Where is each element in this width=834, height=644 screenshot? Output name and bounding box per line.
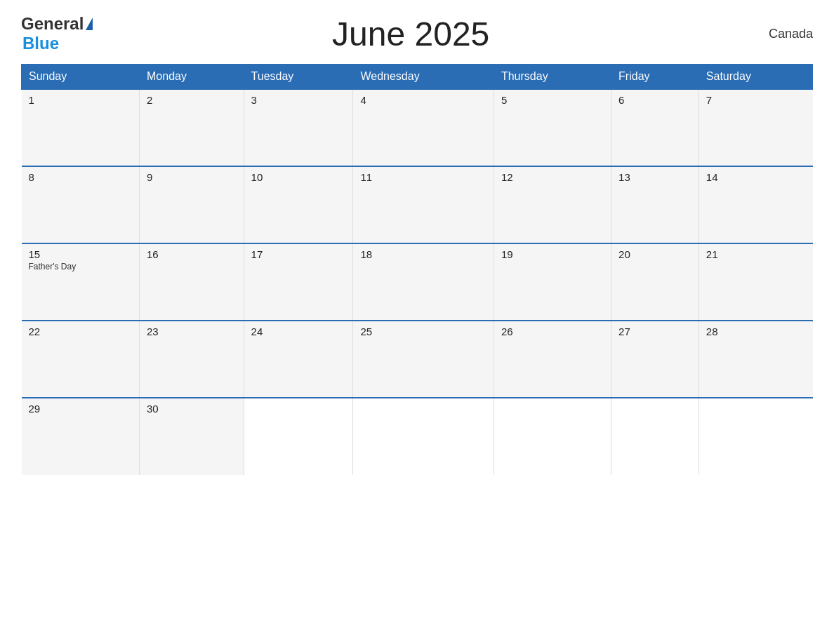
calendar-cell: 15Father's Day <box>22 243 140 321</box>
calendar-cell: 26 <box>494 321 611 398</box>
logo-general-text: General <box>21 14 84 34</box>
day-number: 17 <box>251 248 346 260</box>
calendar-week-row: 1234567 <box>22 89 813 166</box>
calendar-cell: 20 <box>611 243 699 321</box>
day-number: 6 <box>618 94 691 106</box>
day-number: 28 <box>706 326 806 337</box>
page-header: General Blue June 2025 Canada <box>21 14 813 53</box>
calendar-cell <box>699 398 812 475</box>
calendar-cell: 11 <box>353 166 494 243</box>
logo-blue-text: Blue <box>22 34 59 53</box>
calendar-cell: 1 <box>22 89 140 166</box>
calendar-week-row: 2930 <box>22 398 813 475</box>
calendar-cell: 25 <box>353 321 494 398</box>
day-number: 4 <box>360 94 486 106</box>
header-friday: Friday <box>611 65 699 90</box>
day-number: 10 <box>251 171 346 183</box>
page-title: June 2025 <box>332 15 489 53</box>
day-number: 11 <box>360 171 486 183</box>
weekday-header-row: Sunday Monday Tuesday Wednesday Thursday… <box>22 65 813 90</box>
day-number: 15 <box>29 248 133 260</box>
calendar-body: 123456789101112131415Father's Day1617181… <box>22 89 813 475</box>
calendar-cell <box>353 398 494 475</box>
calendar-cell: 21 <box>699 243 812 321</box>
day-number: 21 <box>706 248 806 260</box>
calendar-cell: 12 <box>494 166 611 243</box>
day-number: 23 <box>147 326 237 337</box>
calendar-week-row: 891011121314 <box>22 166 813 243</box>
day-number: 30 <box>147 403 237 415</box>
calendar-cell: 17 <box>244 243 353 321</box>
calendar-cell: 14 <box>699 166 812 243</box>
calendar-cell <box>611 398 699 475</box>
day-number: 18 <box>360 248 486 260</box>
calendar-cell: 24 <box>244 321 353 398</box>
calendar-cell: 22 <box>22 321 140 398</box>
day-number: 1 <box>29 94 133 106</box>
day-number: 29 <box>29 403 133 415</box>
calendar-cell: 6 <box>611 89 699 166</box>
day-number: 5 <box>501 94 604 106</box>
calendar-cell: 5 <box>494 89 611 166</box>
calendar-cell: 10 <box>244 166 353 243</box>
calendar-cell: 2 <box>140 89 244 166</box>
day-number: 9 <box>147 171 237 183</box>
calendar-week-row: 15Father's Day161718192021 <box>22 243 813 321</box>
day-number: 22 <box>29 326 133 337</box>
calendar-cell: 29 <box>22 398 140 475</box>
calendar-cell: 23 <box>140 321 244 398</box>
day-number: 16 <box>147 248 237 260</box>
calendar-week-row: 22232425262728 <box>22 321 813 398</box>
day-number: 2 <box>147 94 237 106</box>
calendar-cell: 27 <box>611 321 699 398</box>
day-number: 27 <box>618 326 691 337</box>
calendar-cell <box>244 398 353 475</box>
day-number: 3 <box>251 94 346 106</box>
calendar-cell: 28 <box>699 321 812 398</box>
logo: General Blue <box>21 14 93 53</box>
header-tuesday: Tuesday <box>244 65 353 90</box>
holiday-label: Father's Day <box>29 262 133 271</box>
calendar-cell: 16 <box>140 243 244 321</box>
header-thursday: Thursday <box>494 65 611 90</box>
country-label: Canada <box>729 27 813 41</box>
day-number: 19 <box>501 248 604 260</box>
calendar-cell: 4 <box>353 89 494 166</box>
calendar-cell: 13 <box>611 166 699 243</box>
calendar-cell: 30 <box>140 398 244 475</box>
header-wednesday: Wednesday <box>353 65 494 90</box>
day-number: 7 <box>706 94 806 106</box>
calendar-header: Sunday Monday Tuesday Wednesday Thursday… <box>22 65 813 90</box>
calendar-cell: 8 <box>22 166 140 243</box>
calendar-cell: 7 <box>699 89 812 166</box>
header-sunday: Sunday <box>22 65 140 90</box>
day-number: 20 <box>618 248 691 260</box>
logo-triangle-icon <box>86 18 93 30</box>
day-number: 26 <box>501 326 604 337</box>
calendar-cell: 19 <box>494 243 611 321</box>
day-number: 8 <box>29 171 133 183</box>
day-number: 25 <box>360 326 486 337</box>
calendar-cell <box>494 398 611 475</box>
day-number: 12 <box>501 171 604 183</box>
calendar-table: Sunday Monday Tuesday Wednesday Thursday… <box>21 64 813 475</box>
day-number: 24 <box>251 326 346 337</box>
day-number: 14 <box>706 171 806 183</box>
calendar-cell: 3 <box>244 89 353 166</box>
calendar-cell: 18 <box>353 243 494 321</box>
header-saturday: Saturday <box>699 65 812 90</box>
day-number: 13 <box>618 171 691 183</box>
calendar-cell: 9 <box>140 166 244 243</box>
header-monday: Monday <box>140 65 244 90</box>
